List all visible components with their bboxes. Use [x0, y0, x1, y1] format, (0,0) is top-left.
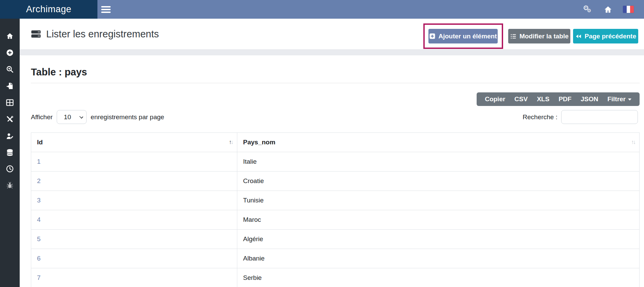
row-id-link[interactable]: 7: [31, 268, 237, 287]
french-flag-icon[interactable]: [623, 6, 634, 13]
plus-square-icon: [429, 33, 436, 39]
column-header-pays-nom[interactable]: Pays_nom ↑↓: [237, 133, 640, 152]
export-toolbar: Copier CSV XLS PDF JSON Filtrer: [477, 92, 640, 106]
records-table: Id ↑↓ Pays_nom ↑↓ 1 Italie 2 Croatie 3 T…: [31, 132, 640, 287]
sidebar-home-icon[interactable]: [0, 31, 20, 41]
row-id-link[interactable]: 5: [31, 230, 237, 249]
search-label: Recherche :: [523, 113, 557, 121]
navbar-right-icons: ⚙⚙: [583, 0, 634, 19]
sidebar-search-arrow-icon[interactable]: [0, 64, 20, 74]
row-pays-nom: Croatie: [237, 172, 640, 191]
table-row: 2 Croatie: [31, 172, 640, 191]
header-divider: [20, 49, 644, 55]
page-length-prefix: Afficher: [31, 113, 53, 121]
table-row: 6 Albanie: [31, 249, 640, 268]
table-row: 1 Italie: [31, 152, 640, 172]
sort-icon-pays-nom: ↑↓: [631, 139, 635, 146]
sidebar-bug-icon[interactable]: [0, 180, 20, 191]
add-element-button[interactable]: Ajouter un élément: [428, 29, 498, 43]
table-row: 4 Maroc: [31, 210, 640, 230]
row-pays-nom: Albanie: [237, 249, 640, 268]
sidebar-database-icon[interactable]: [0, 147, 20, 158]
sidebar-plus-circle-icon[interactable]: [0, 48, 20, 58]
search-control: Recherche :: [523, 110, 638, 124]
page-length-select[interactable]: 10: [57, 110, 87, 124]
xls-button[interactable]: XLS: [537, 95, 549, 103]
page-length-suffix: enregistrements par page: [91, 113, 164, 121]
row-pays-nom: Italie: [237, 152, 640, 172]
json-button[interactable]: JSON: [581, 95, 598, 103]
app-logo[interactable]: Archimage: [0, 0, 97, 19]
row-pays-nom: Maroc: [237, 210, 640, 230]
backward-icon: [575, 34, 582, 39]
table-row: 7 Serbie: [31, 268, 640, 287]
row-pays-nom: Serbie: [237, 268, 640, 287]
sidebar-clock-icon[interactable]: [0, 164, 20, 174]
sidebar-file-import-icon[interactable]: [0, 81, 20, 91]
row-id-link[interactable]: 3: [31, 191, 237, 210]
gears-icon[interactable]: ⚙⚙: [583, 4, 593, 15]
page-title: Lister les enregistrements: [46, 29, 159, 40]
page-length-control: Afficher 10 enregistrements par page: [31, 110, 164, 124]
row-pays-nom: Algérie: [237, 230, 640, 249]
home-icon[interactable]: [604, 6, 612, 13]
column-header-id[interactable]: Id ↑↓: [31, 133, 237, 152]
row-id-link[interactable]: 2: [31, 172, 237, 191]
sidebar-table-grid-icon[interactable]: [0, 97, 20, 108]
pdf-button[interactable]: PDF: [558, 95, 571, 103]
sidebar-user-edit-icon[interactable]: [0, 131, 20, 141]
copy-button[interactable]: Copier: [485, 95, 505, 103]
table-title: Table : pays: [31, 67, 87, 78]
row-id-link[interactable]: 6: [31, 249, 237, 268]
top-navbar: Archimage ⚙⚙: [0, 0, 644, 19]
list-rows-icon: [31, 29, 41, 39]
sidebar-tools-icon[interactable]: [0, 114, 20, 124]
page-title-row: Lister les enregistrements: [31, 19, 159, 49]
table-row: 3 Tunisie: [31, 191, 640, 210]
sort-icon-id: ↑↓: [229, 139, 233, 146]
table-row: 5 Algérie: [31, 230, 640, 249]
sidebar-nav: [0, 19, 20, 287]
page-header: Lister les enregistrements Ajouter un él…: [20, 19, 644, 49]
row-pays-nom: Tunisie: [237, 191, 640, 210]
row-id-link[interactable]: 4: [31, 210, 237, 230]
list-icon: [510, 33, 517, 39]
row-id-link[interactable]: 1: [31, 152, 237, 172]
title-rule: [31, 83, 640, 83]
previous-page-button[interactable]: Page précédente: [573, 29, 638, 43]
table-header-row: Id ↑↓ Pays_nom ↑↓: [31, 133, 640, 152]
search-input[interactable]: [561, 110, 638, 124]
csv-button[interactable]: CSV: [514, 95, 528, 103]
caret-down-icon: [628, 98, 631, 101]
hamburger-menu-icon[interactable]: [101, 5, 111, 14]
filter-dropdown-button[interactable]: Filtrer: [607, 95, 631, 103]
modify-table-button[interactable]: Modifier la table: [508, 29, 570, 43]
